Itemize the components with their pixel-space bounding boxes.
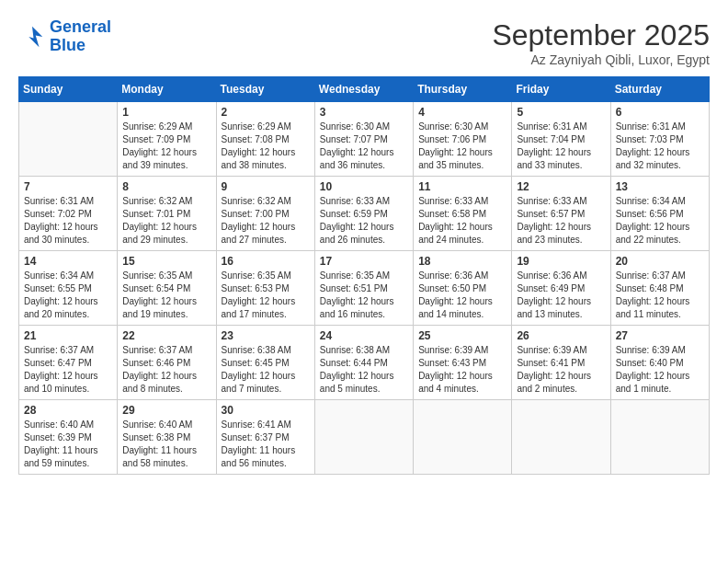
logo-text: General Blue [50, 18, 111, 55]
calendar-cell: 12Sunrise: 6:33 AM Sunset: 6:57 PM Dayli… [512, 177, 610, 251]
calendar-cell: 13Sunrise: 6:34 AM Sunset: 6:56 PM Dayli… [610, 177, 709, 251]
day-number: 29 [122, 404, 210, 417]
svg-marker-0 [28, 27, 42, 48]
calendar-cell: 23Sunrise: 6:38 AM Sunset: 6:45 PM Dayli… [216, 326, 314, 400]
day-info: Sunrise: 6:30 AM Sunset: 7:06 PM Dayligh… [418, 121, 506, 172]
day-info: Sunrise: 6:31 AM Sunset: 7:03 PM Dayligh… [616, 121, 704, 172]
day-number: 6 [616, 106, 704, 119]
location-subtitle: Az Zayniyah Qibli, Luxor, Egypt [492, 52, 710, 67]
calendar-cell: 8Sunrise: 6:32 AM Sunset: 7:01 PM Daylig… [118, 177, 216, 251]
month-title: September 2025 [492, 18, 710, 52]
day-info: Sunrise: 6:39 AM Sunset: 6:41 PM Dayligh… [517, 344, 605, 396]
calendar-cell: 14Sunrise: 6:34 AM Sunset: 6:55 PM Dayli… [19, 251, 118, 326]
day-number: 13 [616, 180, 704, 193]
day-info: Sunrise: 6:33 AM Sunset: 6:59 PM Dayligh… [320, 195, 408, 247]
calendar-cell: 5Sunrise: 6:31 AM Sunset: 7:04 PM Daylig… [512, 102, 610, 177]
day-number: 23 [222, 329, 310, 342]
day-number: 27 [616, 329, 704, 342]
day-number: 30 [222, 404, 310, 417]
day-number: 20 [616, 255, 704, 268]
day-info: Sunrise: 6:29 AM Sunset: 7:09 PM Dayligh… [122, 121, 210, 172]
calendar-cell: 20Sunrise: 6:37 AM Sunset: 6:48 PM Dayli… [610, 251, 709, 326]
day-number: 15 [122, 255, 210, 268]
day-number: 21 [24, 329, 112, 342]
day-info: Sunrise: 6:31 AM Sunset: 7:04 PM Dayligh… [517, 121, 605, 172]
calendar-cell: 10Sunrise: 6:33 AM Sunset: 6:59 PM Dayli… [314, 177, 413, 251]
calendar-cell: 15Sunrise: 6:35 AM Sunset: 6:54 PM Dayli… [118, 251, 216, 326]
calendar-cell: 25Sunrise: 6:39 AM Sunset: 6:43 PM Dayli… [414, 326, 512, 400]
day-number: 9 [222, 180, 310, 193]
calendar-cell: 22Sunrise: 6:37 AM Sunset: 6:46 PM Dayli… [118, 326, 216, 400]
day-number: 16 [222, 255, 310, 268]
day-info: Sunrise: 6:32 AM Sunset: 7:01 PM Dayligh… [122, 195, 210, 247]
calendar-cell: 6Sunrise: 6:31 AM Sunset: 7:03 PM Daylig… [610, 102, 709, 177]
day-number: 7 [24, 180, 112, 193]
day-number: 3 [320, 106, 408, 119]
day-info: Sunrise: 6:37 AM Sunset: 6:47 PM Dayligh… [24, 344, 112, 396]
calendar-cell: 1Sunrise: 6:29 AM Sunset: 7:09 PM Daylig… [118, 102, 216, 177]
day-number: 10 [320, 180, 408, 193]
logo: General Blue [18, 18, 111, 55]
day-info: Sunrise: 6:35 AM Sunset: 6:53 PM Dayligh… [222, 270, 310, 321]
calendar-cell: 4Sunrise: 6:30 AM Sunset: 7:06 PM Daylig… [414, 102, 512, 177]
day-number: 5 [517, 106, 605, 119]
calendar-cell: 21Sunrise: 6:37 AM Sunset: 6:47 PM Dayli… [19, 326, 118, 400]
day-info: Sunrise: 6:39 AM Sunset: 6:43 PM Dayligh… [418, 344, 506, 396]
calendar-cell [414, 400, 512, 475]
calendar-cell: 16Sunrise: 6:35 AM Sunset: 6:53 PM Dayli… [216, 251, 314, 326]
day-info: Sunrise: 6:40 AM Sunset: 6:38 PM Dayligh… [122, 419, 210, 470]
day-number: 14 [24, 255, 112, 268]
day-info: Sunrise: 6:34 AM Sunset: 6:55 PM Dayligh… [24, 270, 112, 321]
calendar-cell: 30Sunrise: 6:41 AM Sunset: 6:37 PM Dayli… [216, 400, 314, 475]
day-info: Sunrise: 6:33 AM Sunset: 6:57 PM Dayligh… [517, 195, 605, 247]
day-info: Sunrise: 6:35 AM Sunset: 6:54 PM Dayligh… [122, 270, 210, 321]
calendar-cell: 24Sunrise: 6:38 AM Sunset: 6:44 PM Dayli… [314, 326, 413, 400]
col-header-wednesday: Wednesday [314, 77, 413, 102]
day-number: 25 [418, 329, 506, 342]
col-header-tuesday: Tuesday [216, 77, 314, 102]
calendar-cell: 3Sunrise: 6:30 AM Sunset: 7:07 PM Daylig… [314, 102, 413, 177]
calendar-cell: 7Sunrise: 6:31 AM Sunset: 7:02 PM Daylig… [19, 177, 118, 251]
calendar-cell: 11Sunrise: 6:33 AM Sunset: 6:58 PM Dayli… [414, 177, 512, 251]
calendar-cell: 28Sunrise: 6:40 AM Sunset: 6:39 PM Dayli… [19, 400, 118, 475]
day-info: Sunrise: 6:36 AM Sunset: 6:49 PM Dayligh… [517, 270, 605, 321]
col-header-friday: Friday [512, 77, 610, 102]
day-number: 26 [517, 329, 605, 342]
col-header-thursday: Thursday [414, 77, 512, 102]
day-info: Sunrise: 6:34 AM Sunset: 6:56 PM Dayligh… [616, 195, 704, 247]
calendar-cell: 26Sunrise: 6:39 AM Sunset: 6:41 PM Dayli… [512, 326, 610, 400]
logo-bird-icon [18, 23, 46, 51]
day-number: 8 [122, 180, 210, 193]
day-info: Sunrise: 6:32 AM Sunset: 7:00 PM Dayligh… [222, 195, 310, 247]
day-info: Sunrise: 6:33 AM Sunset: 6:58 PM Dayligh… [418, 195, 506, 247]
col-header-monday: Monday [118, 77, 216, 102]
day-info: Sunrise: 6:36 AM Sunset: 6:50 PM Dayligh… [418, 270, 506, 321]
day-number: 17 [320, 255, 408, 268]
calendar-table: SundayMondayTuesdayWednesdayThursdayFrid… [18, 76, 710, 475]
title-section: September 2025 Az Zayniyah Qibli, Luxor,… [492, 18, 710, 67]
calendar-cell: 17Sunrise: 6:35 AM Sunset: 6:51 PM Dayli… [314, 251, 413, 326]
day-info: Sunrise: 6:39 AM Sunset: 6:40 PM Dayligh… [616, 344, 704, 396]
day-number: 28 [24, 404, 112, 417]
calendar-cell [19, 102, 118, 177]
day-number: 19 [517, 255, 605, 268]
day-number: 2 [222, 106, 310, 119]
day-number: 18 [418, 255, 506, 268]
day-number: 12 [517, 180, 605, 193]
day-info: Sunrise: 6:38 AM Sunset: 6:45 PM Dayligh… [222, 344, 310, 396]
day-info: Sunrise: 6:30 AM Sunset: 7:07 PM Dayligh… [320, 121, 408, 172]
day-info: Sunrise: 6:40 AM Sunset: 6:39 PM Dayligh… [24, 419, 112, 470]
day-number: 22 [122, 329, 210, 342]
calendar-cell: 27Sunrise: 6:39 AM Sunset: 6:40 PM Dayli… [610, 326, 709, 400]
calendar-cell [512, 400, 610, 475]
calendar-cell: 29Sunrise: 6:40 AM Sunset: 6:38 PM Dayli… [118, 400, 216, 475]
day-info: Sunrise: 6:37 AM Sunset: 6:46 PM Dayligh… [122, 344, 210, 396]
day-info: Sunrise: 6:31 AM Sunset: 7:02 PM Dayligh… [24, 195, 112, 247]
col-header-sunday: Sunday [19, 77, 118, 102]
day-info: Sunrise: 6:41 AM Sunset: 6:37 PM Dayligh… [222, 419, 310, 470]
col-header-saturday: Saturday [610, 77, 709, 102]
day-number: 4 [418, 106, 506, 119]
calendar-cell: 18Sunrise: 6:36 AM Sunset: 6:50 PM Dayli… [414, 251, 512, 326]
day-info: Sunrise: 6:38 AM Sunset: 6:44 PM Dayligh… [320, 344, 408, 396]
day-info: Sunrise: 6:29 AM Sunset: 7:08 PM Dayligh… [222, 121, 310, 172]
